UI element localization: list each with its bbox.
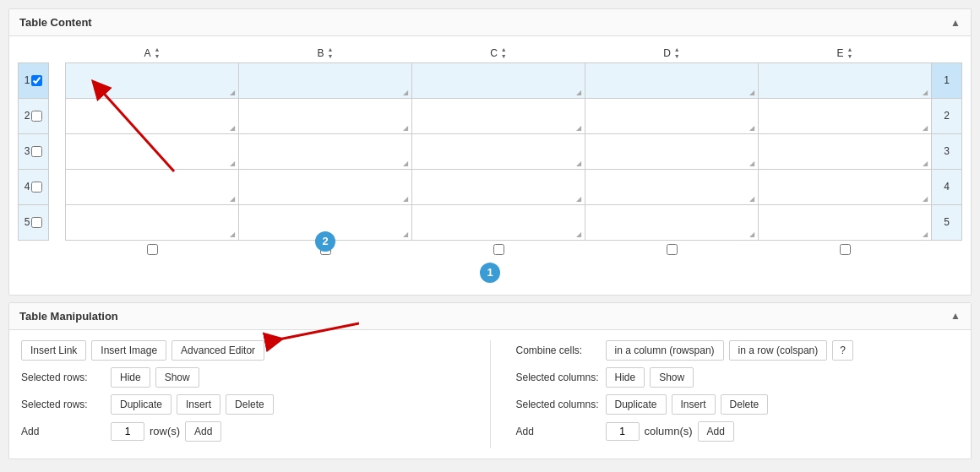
- cell-3-E-input[interactable]: [759, 134, 931, 169]
- cell-2-D[interactable]: ◢: [585, 98, 759, 133]
- add-cols-button[interactable]: Add: [698, 421, 734, 442]
- cell-5-E[interactable]: ◢: [759, 204, 932, 240]
- cell-3-C-input[interactable]: [412, 134, 585, 169]
- resize-2-D: ◢: [749, 125, 756, 132]
- cell-5-C[interactable]: ◢: [412, 204, 585, 240]
- cell-2-E[interactable]: ◢: [759, 98, 932, 133]
- cell-4-D[interactable]: ◢: [585, 169, 759, 204]
- cell-4-C[interactable]: ◢: [412, 169, 585, 204]
- cell-4-D-input[interactable]: [585, 170, 758, 204]
- col-E-sort[interactable]: ▲▼: [847, 46, 853, 61]
- cell-4-A[interactable]: ◢: [66, 169, 239, 204]
- top-buttons-row: Insert Link Insert Image Advanced Editor: [21, 340, 465, 361]
- table-row: 3 ◢ ◢: [19, 133, 962, 169]
- col-checkbox-D[interactable]: [585, 240, 759, 261]
- cell-2-A[interactable]: ◢: [66, 98, 239, 133]
- cell-1-B[interactable]: ◢: [239, 62, 412, 98]
- cell-3-D-input[interactable]: [585, 134, 758, 169]
- cols-insert-button[interactable]: Insert: [672, 394, 716, 415]
- row-5-checkbox[interactable]: [31, 217, 42, 228]
- cell-3-C[interactable]: ◢: [412, 133, 585, 169]
- colspan-button[interactable]: in a row (colspan): [729, 340, 828, 361]
- col-D-sort[interactable]: ▲▼: [674, 46, 680, 61]
- row-num-4: 4: [19, 169, 49, 204]
- rows-hide-button[interactable]: Hide: [111, 367, 150, 388]
- cell-5-C-input[interactable]: [412, 205, 585, 240]
- cell-4-B[interactable]: ◢: [239, 169, 412, 204]
- cell-1-D[interactable]: ◢: [585, 62, 759, 98]
- cols-delete-button[interactable]: Delete: [721, 394, 769, 415]
- col-D-checkbox[interactable]: [667, 244, 678, 255]
- cell-4-C-input[interactable]: [412, 170, 585, 204]
- col-A-checkbox[interactable]: [147, 244, 158, 255]
- col-C-checkbox[interactable]: [493, 244, 504, 255]
- col-B-sort[interactable]: ▲▼: [328, 46, 334, 61]
- table-row: 4 ◢ ◢: [19, 169, 962, 204]
- cols-duplicate-button[interactable]: Duplicate: [606, 394, 667, 415]
- row-4-checkbox[interactable]: [31, 182, 42, 193]
- cell-1-A[interactable]: ◢: [66, 62, 239, 98]
- rows-insert-button[interactable]: Insert: [177, 394, 220, 415]
- rows-show-button[interactable]: Show: [155, 367, 199, 388]
- cell-2-A-input[interactable]: [66, 99, 238, 133]
- combine-help-button[interactable]: ?: [832, 340, 853, 361]
- col-C-sort[interactable]: ▲▼: [501, 46, 507, 61]
- row-1-checkbox[interactable]: [31, 75, 42, 86]
- cell-3-A-input[interactable]: [66, 134, 238, 169]
- col-A-sort[interactable]: ▲▼: [155, 46, 161, 61]
- selected-cols-label-2: Selected columns:: [516, 399, 601, 410]
- col-C-label: C: [490, 47, 498, 59]
- advanced-editor-button[interactable]: Advanced Editor: [172, 340, 264, 361]
- cell-1-E-input[interactable]: [759, 63, 931, 98]
- row-num-5-right: 5: [932, 204, 962, 240]
- cell-4-A-input[interactable]: [66, 170, 238, 204]
- cell-5-D-input[interactable]: [585, 205, 758, 240]
- cell-4-E-input[interactable]: [759, 170, 931, 204]
- cell-3-E[interactable]: ◢: [759, 133, 932, 169]
- cell-5-D[interactable]: ◢: [585, 204, 759, 240]
- cell-5-A-input[interactable]: [66, 205, 238, 240]
- cell-4-B-input[interactable]: [239, 170, 411, 204]
- cell-4-E[interactable]: ◢: [759, 169, 932, 204]
- cell-1-D-input[interactable]: [585, 63, 758, 98]
- table-manipulation-title: Table Manipulation: [19, 310, 118, 323]
- cell-3-B-input[interactable]: [239, 134, 411, 169]
- cell-1-C-input[interactable]: [412, 63, 585, 98]
- cell-2-C[interactable]: ◢: [412, 98, 585, 133]
- insert-link-button[interactable]: Insert Link: [21, 340, 86, 361]
- cell-2-B[interactable]: ◢: [239, 98, 412, 133]
- cols-show-button[interactable]: Show: [650, 367, 694, 388]
- rows-delete-button[interactable]: Delete: [226, 394, 274, 415]
- row-5-num: 5: [24, 216, 30, 228]
- cell-2-D-input[interactable]: [585, 99, 758, 133]
- table-manipulation-toggle[interactable]: ▲: [950, 310, 961, 322]
- col-E-checkbox[interactable]: [840, 244, 851, 255]
- add-rows-input[interactable]: 1: [111, 422, 144, 441]
- table-content-toggle[interactable]: ▲: [950, 17, 961, 29]
- insert-image-button[interactable]: Insert Image: [91, 340, 166, 361]
- add-cols-input[interactable]: 1: [606, 422, 640, 441]
- add-rows-button[interactable]: Add: [185, 421, 221, 442]
- cell-2-C-input[interactable]: [412, 99, 585, 133]
- rowspan-button[interactable]: in a column (rowspan): [606, 340, 724, 361]
- cols-hide-button[interactable]: Hide: [606, 367, 645, 388]
- cell-1-A-input[interactable]: [66, 63, 238, 98]
- cell-1-B-input[interactable]: [239, 63, 411, 98]
- cell-3-B[interactable]: ◢: [239, 133, 412, 169]
- cell-2-B-input[interactable]: [239, 99, 411, 133]
- col-checkbox-E[interactable]: [759, 240, 932, 261]
- rows-duplicate-button[interactable]: Duplicate: [111, 394, 172, 415]
- cell-1-C[interactable]: ◢: [412, 62, 585, 98]
- cell-2-E-input[interactable]: [759, 99, 931, 133]
- col-checkbox-A[interactable]: [66, 240, 239, 261]
- cell-3-D[interactable]: ◢: [585, 133, 759, 169]
- cell-1-E[interactable]: ◢: [759, 62, 932, 98]
- col-checkbox-C[interactable]: [412, 240, 585, 261]
- cell-5-E-input[interactable]: [759, 205, 931, 240]
- row-3-checkbox[interactable]: [31, 146, 42, 157]
- cell-5-B[interactable]: ◢ 2: [239, 204, 412, 240]
- resize-1-E: ◢: [923, 90, 929, 96]
- row-2-checkbox[interactable]: [31, 111, 42, 122]
- cell-3-A[interactable]: ◢: [66, 133, 239, 169]
- cell-5-A[interactable]: ◢: [66, 204, 239, 240]
